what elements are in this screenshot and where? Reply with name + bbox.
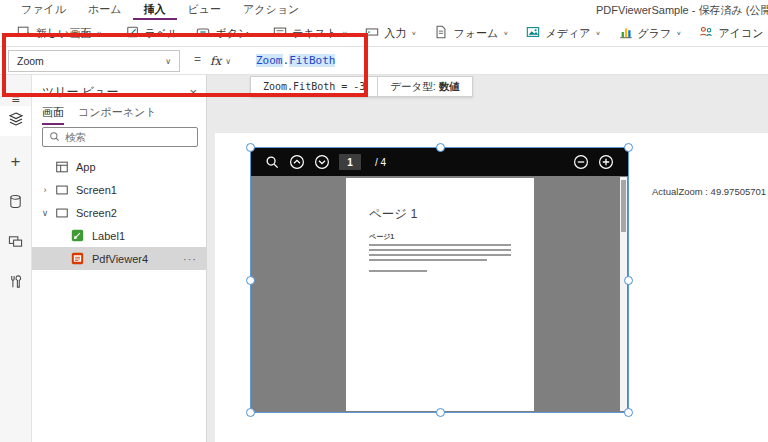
actual-zoom-label[interactable]: ActualZoom : 49.97505701 bbox=[652, 186, 766, 197]
text-icon bbox=[273, 25, 287, 41]
text-button[interactable]: テキスト ∨ bbox=[264, 20, 356, 46]
formula-bar: Zoom ∨ = fx ∨ Zoom.FitBoth bbox=[0, 47, 768, 75]
database-icon bbox=[8, 194, 23, 213]
data-rail-button[interactable] bbox=[0, 188, 31, 218]
insert-rail-button[interactable]: + bbox=[0, 146, 31, 176]
doc-body-line bbox=[369, 254, 511, 256]
tree-row-pdfviewer4[interactable]: PdfViewer4 ··· bbox=[32, 247, 207, 270]
chevron-down-icon[interactable]: ∨ bbox=[39, 208, 51, 218]
fx-dropdown[interactable]: fx ∨ bbox=[210, 50, 231, 72]
input-button[interactable]: 入力 ∨ bbox=[356, 20, 425, 46]
label-control-icon bbox=[70, 228, 85, 243]
menu-home[interactable]: ホーム bbox=[77, 0, 133, 20]
label-icon bbox=[126, 25, 140, 41]
tree-view-header: ツリー ビュー × bbox=[32, 83, 207, 101]
chevron-down-icon: ∨ bbox=[595, 30, 600, 36]
pdf-viewer-control[interactable]: 1 / 4 ページ 1 ページ1 bbox=[250, 147, 629, 413]
chart-icon bbox=[619, 25, 633, 41]
media-button[interactable]: メディア ∨ bbox=[517, 20, 609, 46]
pdf-scrollbar-thumb[interactable] bbox=[621, 180, 626, 232]
label-button[interactable]: ラベル bbox=[117, 20, 188, 46]
menu-view[interactable]: ビュー bbox=[177, 0, 233, 20]
resize-handle-top-right[interactable] bbox=[624, 143, 633, 152]
tree-row-screen2[interactable]: ∨ Screen2 bbox=[32, 201, 207, 224]
search-input[interactable] bbox=[65, 131, 175, 143]
control-tree: App › Screen1 ∨ Screen2 Label1 PdfViewer… bbox=[32, 155, 207, 270]
property-dropdown-value: Zoom bbox=[17, 55, 44, 67]
close-icon[interactable]: × bbox=[189, 85, 197, 100]
button-icon bbox=[196, 25, 210, 41]
media-rail-button[interactable] bbox=[0, 228, 31, 258]
tree-view-rail-button[interactable] bbox=[0, 106, 31, 136]
resize-handle-bottom-left[interactable] bbox=[246, 408, 255, 417]
workspace: ≡ + ツリー ビュー × 画面 コンポーネント bbox=[0, 75, 768, 442]
pdf-page-total: / 4 bbox=[375, 157, 386, 168]
chevron-down-icon: ∨ bbox=[165, 57, 171, 66]
form-button[interactable]: フォーム ∨ bbox=[425, 20, 517, 46]
chevron-down-icon: ∨ bbox=[411, 30, 416, 36]
formula-value-tooltip: Zoom.FitBoth = -3 データ型: 数値 bbox=[250, 76, 473, 97]
resize-handle-top-center[interactable] bbox=[436, 143, 445, 152]
pdf-zoom-search-icon[interactable] bbox=[265, 155, 280, 170]
tree-view-title: ツリー ビュー bbox=[42, 84, 118, 101]
icons-button[interactable]: アイコン ∨ bbox=[690, 20, 768, 46]
chevron-down-icon: ∨ bbox=[97, 30, 102, 36]
icons-icon bbox=[699, 25, 713, 41]
doc-body-line bbox=[369, 259, 487, 261]
wrench-icon bbox=[8, 274, 23, 293]
advanced-tools-rail-button[interactable] bbox=[0, 268, 31, 298]
pdf-page-down-icon[interactable] bbox=[314, 154, 330, 170]
tab-components[interactable]: コンポーネント bbox=[78, 105, 157, 125]
button-button[interactable]: ボタン bbox=[187, 20, 258, 46]
tooltip-expression: Zoom.FitBoth = -3 bbox=[251, 77, 377, 96]
menu-file[interactable]: ファイル bbox=[10, 0, 77, 20]
screen-icon bbox=[54, 182, 69, 197]
more-options-icon[interactable]: ··· bbox=[183, 253, 197, 265]
app-icon bbox=[54, 159, 69, 174]
resize-handle-bottom-right[interactable] bbox=[624, 408, 633, 417]
formula-input[interactable]: Zoom.FitBoth bbox=[256, 51, 656, 71]
new-screen-button[interactable]: 新しい画面 ∨ bbox=[8, 20, 111, 46]
chevron-down-icon: ∨ bbox=[342, 30, 347, 36]
menu-insert[interactable]: 挿入 bbox=[133, 0, 177, 20]
menu-bar: ファイル ホーム 挿入 ビュー アクション PDFViewerSample - … bbox=[0, 0, 768, 20]
property-dropdown[interactable]: Zoom ∨ bbox=[8, 50, 180, 72]
resize-handle-middle-left[interactable] bbox=[246, 276, 255, 285]
screen-icon bbox=[54, 205, 69, 220]
chart-button[interactable]: グラフ ∨ bbox=[610, 20, 691, 46]
resize-handle-middle-right[interactable] bbox=[624, 276, 633, 285]
chevron-down-icon: ∨ bbox=[225, 57, 231, 66]
resize-handle-bottom-center[interactable] bbox=[436, 408, 445, 417]
pdf-page-up-icon[interactable] bbox=[289, 154, 305, 170]
app-title: PDFViewerSample - 保存済み (公開取り消 bbox=[596, 3, 768, 18]
resize-handle-top-left[interactable] bbox=[246, 143, 255, 152]
chevron-down-icon: ∨ bbox=[503, 30, 508, 36]
pdf-page-number-input[interactable]: 1 bbox=[339, 154, 361, 170]
media-icon bbox=[526, 25, 540, 41]
tab-screens[interactable]: 画面 bbox=[42, 105, 64, 125]
pdf-page: ページ 1 ページ1 bbox=[346, 178, 534, 411]
new-screen-icon bbox=[17, 25, 31, 41]
doc-body-line bbox=[369, 249, 511, 251]
pdf-toolbar: 1 / 4 bbox=[251, 148, 628, 176]
canvas-area: 1 / 4 ページ 1 ページ1 bbox=[207, 75, 768, 442]
search-icon bbox=[49, 128, 60, 146]
pdf-doc-heading: ページ1 bbox=[369, 232, 394, 242]
pdf-zoom-in-icon[interactable] bbox=[598, 154, 614, 170]
input-icon bbox=[365, 25, 379, 41]
form-icon bbox=[434, 25, 448, 41]
pdf-doc-title: ページ 1 bbox=[369, 206, 418, 223]
tree-view-panel: ツリー ビュー × 画面 コンポーネント App › Screen1 ∨ bbox=[32, 75, 207, 442]
pdf-zoom-out-icon[interactable] bbox=[573, 154, 589, 170]
tree-row-app[interactable]: App bbox=[32, 155, 207, 178]
pdf-scrollbar[interactable] bbox=[620, 177, 627, 411]
tree-row-screen1[interactable]: › Screen1 bbox=[32, 178, 207, 201]
screens-icon bbox=[8, 234, 23, 253]
plus-icon: + bbox=[11, 153, 21, 170]
tree-row-label1[interactable]: Label1 bbox=[32, 224, 207, 247]
menu-action[interactable]: アクション bbox=[232, 0, 310, 20]
tree-view-icon bbox=[8, 111, 24, 131]
tree-view-tabs: 画面 コンポーネント bbox=[42, 105, 157, 125]
tree-search-box[interactable] bbox=[42, 127, 198, 147]
chevron-right-icon[interactable]: › bbox=[39, 185, 51, 195]
